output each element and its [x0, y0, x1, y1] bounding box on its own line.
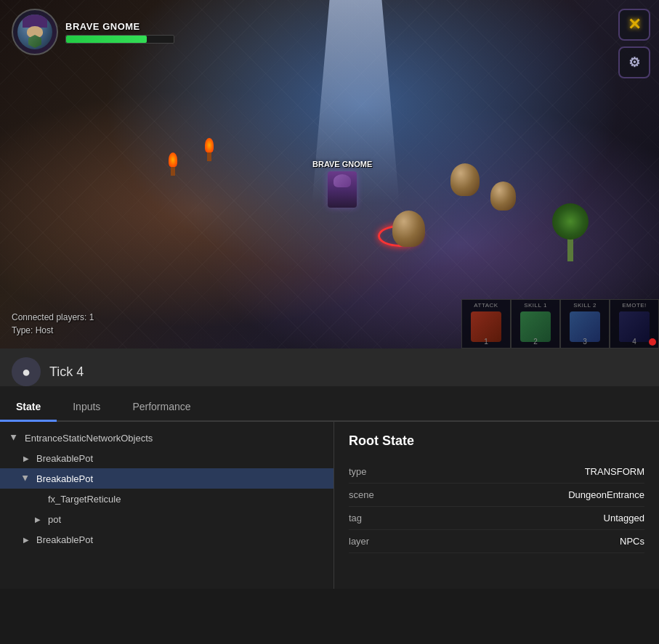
player-info: BRAVE GNOME — [65, 21, 174, 44]
props-panel: Root State type TRANSFORM scene DungeonE… — [334, 422, 659, 589]
torch-body-1 — [171, 167, 175, 176]
tab-performance[interactable]: Performance — [116, 394, 206, 422]
content-area: ▶ EntranceStaticNetworkObjects ▶ Breakab… — [0, 422, 659, 589]
tree-item-breakable1[interactable]: ▶ BreakablePot — [0, 448, 333, 468]
breakable-pot-3 — [490, 182, 516, 211]
prop-val-layer: NPCs — [620, 536, 644, 547]
skill-attack-label: ATTACK — [474, 302, 498, 309]
health-bar-background — [65, 35, 174, 44]
hud-top-right: ✕ ⚙ — [618, 9, 650, 78]
skill-slot-2[interactable]: SKILL 2 3 — [560, 299, 610, 349]
torch-2 — [203, 138, 215, 160]
tabs-row: State Inputs Performance — [0, 394, 659, 422]
debug-panel: ● Tick 4 State Inputs Performance ▶ Entr… — [0, 349, 659, 589]
prop-val-scene: DungeonEntrance — [568, 489, 644, 500]
tick-label: Tick 4 — [49, 364, 84, 380]
prop-val-tag: Untagged — [604, 513, 644, 523]
tree-item-fx-target[interactable]: ▶ fx_TargetReticule — [0, 489, 333, 509]
skill-emote-label: EMOTE! — [622, 302, 647, 309]
skill-slot-attack[interactable]: ATTACK 1 — [461, 299, 511, 349]
skill-2-num: 3 — [583, 338, 587, 346]
tree-item-root-label: EntranceStaticNetworkObjects — [25, 433, 153, 444]
skill-attack-num: 1 — [484, 338, 488, 346]
prop-key-type: type — [349, 466, 367, 477]
skill-1-label: SKILL 1 — [524, 302, 547, 309]
player-sprite — [328, 171, 357, 208]
player-name-tag: BRAVE GNOME — [312, 160, 372, 168]
hud-bottom-left: Connected players: 1 Type: Host — [12, 311, 94, 337]
tick-avatar: ● — [12, 357, 41, 386]
notification-dot — [649, 338, 656, 346]
tab-state[interactable]: State — [0, 394, 57, 422]
tree-item-breakable3[interactable]: ▶ BreakablePot — [0, 529, 333, 550]
hud-top-left: BRAVE GNOME — [12, 9, 174, 55]
player-entity: BRAVE GNOME — [312, 160, 372, 208]
skill-slot-emote[interactable]: EMOTE! 4 — [610, 299, 659, 349]
torch-flame-1 — [169, 152, 177, 167]
prop-row-tag: tag Untagged — [349, 507, 644, 530]
skill-2-label: SKILL 2 — [573, 302, 597, 309]
props-title: Root State — [349, 433, 644, 449]
settings-button[interactable]: ⚙ — [618, 46, 650, 78]
tree-item-breakable2-label: BreakablePot — [36, 473, 93, 484]
tab-inputs[interactable]: Inputs — [57, 394, 116, 422]
tree-arrow-pot: ▶ — [32, 513, 44, 525]
skills-bar: ATTACK 1 SKILL 1 2 SKILL 2 3 EMOTE! 4 — [461, 299, 659, 349]
torch-body-2 — [207, 152, 211, 161]
type-label: Type: Host — [12, 324, 94, 337]
avatar — [12, 9, 58, 55]
game-viewport: BRAVE GNOME BRAVE GNOME — [0, 0, 659, 349]
tree-item-pot-label: pot — [48, 514, 61, 525]
tree-item-root[interactable]: ▶ EntranceStaticNetworkObjects — [0, 428, 333, 448]
player-name-hud: BRAVE GNOME — [65, 21, 174, 32]
torch-1 — [167, 152, 179, 174]
skill-slot-1[interactable]: SKILL 1 2 — [511, 299, 560, 349]
player-hud: BRAVE GNOME — [12, 9, 174, 55]
tree-item-breakable3-label: BreakablePot — [36, 534, 93, 545]
prop-val-type: TRANSFORM — [585, 466, 644, 477]
prop-key-tag: tag — [349, 513, 362, 523]
prop-row-layer: layer NPCs — [349, 530, 644, 553]
skill-emote-num: 4 — [632, 338, 636, 346]
tree-panel: ▶ EntranceStaticNetworkObjects ▶ Breakab… — [0, 422, 334, 589]
tree-arrow-breakable1: ▶ — [20, 452, 32, 464]
tree-item-pot[interactable]: ▶ pot — [0, 509, 333, 529]
prop-row-type: type TRANSFORM — [349, 460, 644, 484]
prop-key-layer: layer — [349, 536, 369, 547]
tree-item-fx-label: fx_TargetReticule — [48, 494, 121, 505]
connected-players-label: Connected players: 1 — [12, 311, 94, 324]
breakable-pot-2 — [450, 163, 480, 196]
skill-1-num: 2 — [533, 338, 538, 346]
tick-bar: ● Tick 4 — [0, 349, 659, 386]
avatar-inner — [17, 15, 52, 49]
tree-item-breakable2[interactable]: ▶ BreakablePot — [0, 468, 333, 489]
tree-arrow-breakable2: ▶ — [20, 473, 32, 484]
tree-item-breakable1-label: BreakablePot — [36, 453, 93, 464]
health-bar-fill — [66, 36, 147, 43]
torch-flame-2 — [205, 138, 214, 152]
plant-decoration — [549, 203, 592, 261]
tree-arrow-root: ▶ — [9, 432, 20, 444]
prop-row-scene: scene DungeonEntrance — [349, 484, 644, 507]
tree-arrow-breakable3: ▶ — [20, 534, 32, 545]
prop-key-scene: scene — [349, 489, 374, 500]
breakable-pot-1 — [392, 211, 425, 247]
close-button[interactable]: ✕ — [618, 9, 650, 41]
game-background: BRAVE GNOME BRAVE GNOME — [0, 0, 659, 349]
